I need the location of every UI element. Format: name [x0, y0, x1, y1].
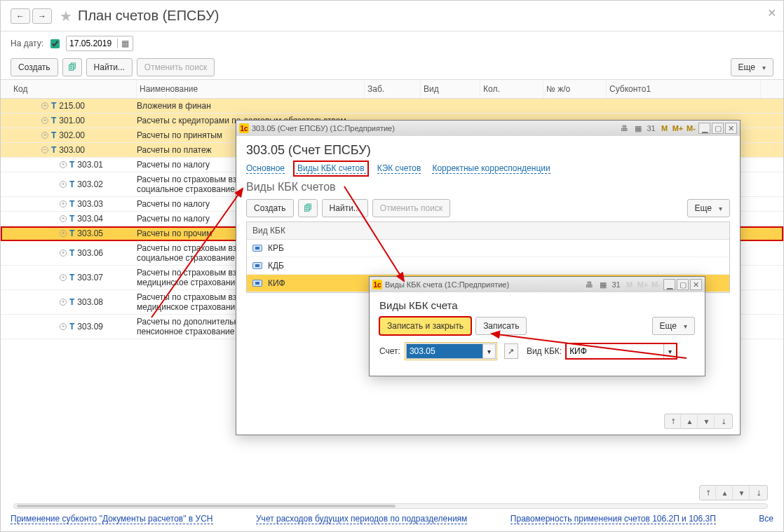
kbk-create-button[interactable]: Создать: [246, 199, 294, 217]
kbk-value: КРБ: [268, 243, 284, 253]
find-button[interactable]: Найти...: [86, 58, 133, 76]
row-code: 303.04: [77, 214, 103, 224]
tree-toggle-icon[interactable]: +: [60, 200, 67, 207]
account-window-body: 303.05 (Счет ЕПСБУ) Основное Виды КБК сч…: [236, 136, 740, 300]
tree-toggle-icon[interactable]: +: [60, 215, 67, 222]
kbk-dropdown-icon[interactable]: ▾: [664, 343, 677, 359]
save-close-button[interactable]: Записать и закрыть: [379, 317, 471, 335]
account-open-icon[interactable]: ↗: [504, 343, 518, 359]
nav-back-button[interactable]: ←: [11, 8, 30, 24]
kbk-col-name[interactable]: Вид КБК: [247, 222, 729, 240]
nav-last-icon[interactable]: ⤓: [751, 486, 766, 499]
horizontal-scrollbar[interactable]: [13, 503, 768, 509]
kbk-row[interactable]: КРБ: [247, 240, 729, 257]
calendar-icon[interactable]: ▦: [117, 39, 133, 48]
m-icon[interactable]: M: [658, 123, 670, 134]
tree-toggle-icon[interactable]: +: [60, 250, 67, 257]
table-row[interactable]: +Т215.00Вложения в финан: [1, 99, 783, 114]
print-icon[interactable]: 🖶: [619, 123, 630, 134]
tree-toggle-icon[interactable]: +: [60, 323, 67, 330]
print-icon[interactable]: 🖶: [583, 279, 595, 290]
tree-toggle-icon[interactable]: +: [60, 299, 67, 306]
cancel-search-button[interactable]: Отменить поиск: [137, 58, 215, 76]
tree-toggle-icon[interactable]: +: [60, 230, 67, 237]
kbk-cancel-search-button[interactable]: Отменить поиск: [372, 199, 450, 217]
close-icon[interactable]: ✕: [767, 6, 776, 20]
win-min-icon[interactable]: ▁: [663, 279, 675, 290]
account-tabs: Основное Виды КБК счетов КЭК счетов Корр…: [246, 163, 730, 174]
window-tools: 🖶 ▦ 31 M M+ M- ▁ ▢ ✕: [619, 123, 737, 134]
col-jo[interactable]: № ж/о: [543, 80, 607, 98]
tree-toggle-icon[interactable]: +: [60, 161, 67, 168]
footer-link-3[interactable]: Правомерность применения счетов 106.2П и…: [511, 514, 716, 524]
col-vid[interactable]: Вид: [421, 80, 480, 98]
tree-toggle-icon[interactable]: −: [41, 146, 48, 154]
account-input-wrap: ▾: [405, 342, 497, 360]
win-max-icon[interactable]: ▢: [677, 279, 689, 290]
win-close-icon[interactable]: ✕: [725, 123, 737, 134]
nav-first-icon[interactable]: ⤒: [701, 486, 716, 499]
kbk-row[interactable]: КДБ: [247, 257, 729, 275]
win-min-icon[interactable]: ▁: [698, 123, 710, 134]
nav-up-icon[interactable]: ▲: [682, 415, 698, 428]
tree-toggle-icon[interactable]: +: [60, 274, 67, 281]
col-code[interactable]: Код: [11, 80, 137, 98]
tab-korr[interactable]: Корректные корреспонденции: [432, 163, 550, 174]
save-button[interactable]: Записать: [475, 317, 527, 335]
kbk-select[interactable]: [566, 343, 664, 359]
kbk-more-button[interactable]: Еще: [687, 199, 730, 217]
tree-toggle-icon[interactable]: +: [41, 132, 48, 139]
t-tag: Т: [69, 297, 74, 307]
kbk-select-wrap: ▾: [566, 343, 677, 359]
mminus-icon[interactable]: M-: [685, 123, 697, 134]
win-max-icon[interactable]: ▢: [712, 123, 724, 134]
row-name: Вложения в финан: [137, 101, 365, 111]
tab-main[interactable]: Основное: [246, 163, 285, 174]
filter-date-checkbox[interactable]: [50, 39, 60, 48]
kbk-edit-more-button[interactable]: Еще: [652, 317, 695, 335]
mplus-icon[interactable]: M+: [672, 123, 684, 134]
app-1c-icon: 1c: [239, 123, 249, 133]
col-sub[interactable]: Субконто1: [607, 80, 761, 98]
scroll-thumb[interactable]: [17, 505, 396, 507]
date-input[interactable]: [67, 36, 117, 50]
tab-kek[interactable]: КЭК счетов: [377, 163, 421, 174]
create-button[interactable]: Создать: [11, 58, 58, 76]
copy-button[interactable]: 🗐: [62, 58, 82, 76]
nav-down-icon[interactable]: ▼: [699, 415, 715, 428]
nav-last-icon[interactable]: ⤓: [716, 415, 731, 428]
calendar-tool-icon[interactable]: 31: [610, 279, 622, 290]
account-window-titlebar[interactable]: 1c 303.05 (Счет ЕПСБУ) (1С:Предприятие) …: [236, 121, 740, 136]
calc-icon[interactable]: ▦: [597, 279, 609, 290]
nav-forward-button[interactable]: →: [32, 8, 52, 24]
nav-down-icon[interactable]: ▼: [734, 486, 750, 499]
favorite-star-icon[interactable]: ★: [60, 8, 72, 25]
nav-first-icon[interactable]: ⤒: [665, 415, 681, 428]
tree-toggle-icon[interactable]: +: [41, 102, 48, 109]
col-zab[interactable]: Заб.: [365, 80, 421, 98]
tree-toggle-icon[interactable]: +: [60, 181, 67, 188]
account-dropdown-icon[interactable]: ▾: [483, 343, 496, 359]
mminus-icon: M-: [650, 279, 662, 290]
calendar-tool-icon[interactable]: 31: [645, 123, 657, 134]
calc-icon[interactable]: ▦: [632, 123, 644, 134]
footer-link-1[interactable]: Применение субконто "Документы расчетов"…: [11, 514, 213, 524]
nav-up-icon[interactable]: ▲: [717, 486, 733, 499]
kbk-edit-titlebar[interactable]: 1c Виды КБК счета (1С:Предприятие) 🖶 ▦ 3…: [370, 277, 705, 292]
footer-link-all[interactable]: Все: [759, 514, 773, 524]
col-name[interactable]: Наименование: [137, 80, 365, 98]
footer-link-2[interactable]: Учет расходов будущих периодов по подраз…: [256, 514, 467, 524]
account-input[interactable]: [406, 343, 483, 359]
kbk-row-nav: ⤒ ▲ ▼ ⤓: [664, 414, 733, 429]
tree-toggle-icon[interactable]: +: [41, 117, 48, 124]
kbk-find-button[interactable]: Найти...: [322, 199, 368, 217]
col-kol[interactable]: Кол.: [480, 80, 543, 98]
row-code: 303.02: [77, 179, 103, 189]
more-button[interactable]: Еще: [731, 58, 773, 76]
kbk-copy-button[interactable]: 🗐: [298, 199, 318, 217]
kbk-edit-form: Счет: ▾ ↗ Вид КБК: ▾: [379, 342, 695, 360]
tab-kbk[interactable]: Виды КБК счетов: [296, 163, 366, 174]
win-close-icon[interactable]: ✕: [690, 279, 702, 290]
row-code: 301.00: [59, 116, 85, 125]
row-kol: [480, 101, 543, 111]
